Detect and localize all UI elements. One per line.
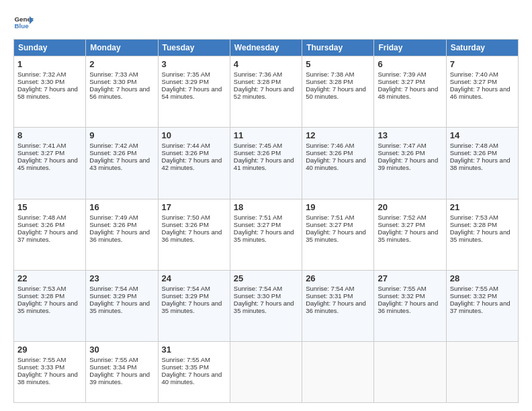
daylight: Daylight: 7 hours and 37 minutes. [450, 300, 511, 314]
daylight: Daylight: 7 hours and 35 minutes. [378, 228, 438, 243]
sunrise: Sunrise: 7:49 AM [89, 214, 138, 221]
day-number: 24 [162, 273, 226, 283]
sunset: Sunset: 3:26 PM [234, 149, 281, 156]
day-number: 16 [89, 202, 154, 212]
day-number: 7 [450, 59, 515, 69]
daylight: Daylight: 7 hours and 40 minutes. [162, 371, 222, 385]
sunset: Sunset: 3:26 PM [162, 221, 209, 228]
logo: General Blue [13, 12, 34, 32]
sunrise: Sunrise: 7:50 AM [162, 214, 210, 221]
calendar-week-2: 8Sunrise: 7:41 AMSunset: 3:27 PMDaylight… [14, 128, 519, 199]
daylight: Daylight: 7 hours and 36 minutes. [378, 300, 438, 314]
daylight: Daylight: 7 hours and 50 minutes. [306, 85, 366, 100]
calendar-cell: 7Sunrise: 7:40 AMSunset: 3:27 PMDaylight… [446, 56, 518, 128]
day-number: 20 [378, 202, 442, 212]
sunset: Sunset: 3:26 PM [450, 149, 497, 156]
calendar-cell [374, 342, 446, 403]
day-number: 5 [306, 59, 370, 69]
sunrise: Sunrise: 7:53 AM [17, 285, 66, 292]
day-number: 14 [450, 130, 515, 140]
sunset: Sunset: 3:35 PM [162, 363, 209, 371]
calendar-cell: 29Sunrise: 7:55 AMSunset: 3:33 PMDayligh… [14, 342, 86, 403]
daylight: Daylight: 7 hours and 36 minutes. [89, 228, 150, 243]
daylight: Daylight: 7 hours and 36 minutes. [306, 300, 366, 314]
calendar-cell: 22Sunrise: 7:53 AMSunset: 3:28 PMDayligh… [14, 270, 86, 341]
calendar-cell: 19Sunrise: 7:51 AMSunset: 3:27 PMDayligh… [302, 199, 374, 270]
calendar-week-4: 22Sunrise: 7:53 AMSunset: 3:28 PMDayligh… [14, 270, 519, 341]
daylight: Daylight: 7 hours and 42 minutes. [162, 156, 222, 171]
calendar-cell: 30Sunrise: 7:55 AMSunset: 3:34 PMDayligh… [86, 342, 158, 403]
daylight: Daylight: 7 hours and 45 minutes. [17, 156, 78, 171]
sunset: Sunset: 3:34 PM [89, 363, 136, 371]
day-number: 17 [162, 202, 226, 212]
calendar-cell: 12Sunrise: 7:46 AMSunset: 3:26 PMDayligh… [302, 128, 374, 199]
sunset: Sunset: 3:29 PM [162, 78, 209, 85]
day-number: 21 [450, 202, 515, 212]
calendar-cell: 9Sunrise: 7:42 AMSunset: 3:26 PMDaylight… [86, 128, 158, 199]
day-number: 10 [162, 130, 226, 140]
daylight: Daylight: 7 hours and 54 minutes. [162, 85, 222, 100]
sunset: Sunset: 3:27 PM [378, 78, 425, 85]
sunset: Sunset: 3:26 PM [162, 149, 209, 156]
sunrise: Sunrise: 7:44 AM [162, 142, 210, 149]
sunrise: Sunrise: 7:55 AM [450, 285, 498, 292]
sunset: Sunset: 3:27 PM [306, 221, 353, 228]
sunrise: Sunrise: 7:55 AM [162, 356, 210, 363]
col-header-sunday: Sunday [14, 40, 86, 56]
daylight: Daylight: 7 hours and 36 minutes. [162, 228, 222, 243]
sunrise: Sunrise: 7:38 AM [306, 71, 354, 78]
day-number: 22 [17, 273, 82, 283]
calendar-cell: 8Sunrise: 7:41 AMSunset: 3:27 PMDaylight… [14, 128, 86, 199]
sunset: Sunset: 3:31 PM [306, 292, 353, 300]
sunset: Sunset: 3:28 PM [306, 78, 353, 85]
sunrise: Sunrise: 7:51 AM [234, 214, 282, 221]
sunrise: Sunrise: 7:46 AM [306, 142, 354, 149]
daylight: Daylight: 7 hours and 56 minutes. [89, 85, 150, 100]
calendar-cell: 4Sunrise: 7:36 AMSunset: 3:28 PMDaylight… [230, 56, 302, 128]
day-number: 19 [306, 202, 370, 212]
sunrise: Sunrise: 7:39 AM [378, 71, 426, 78]
daylight: Daylight: 7 hours and 40 minutes. [306, 156, 366, 171]
calendar-cell: 6Sunrise: 7:39 AMSunset: 3:27 PMDaylight… [374, 56, 446, 128]
sunset: Sunset: 3:33 PM [17, 363, 64, 371]
calendar-week-3: 15Sunrise: 7:48 AMSunset: 3:26 PMDayligh… [14, 199, 519, 270]
daylight: Daylight: 7 hours and 35 minutes. [17, 300, 78, 314]
calendar-cell: 24Sunrise: 7:54 AMSunset: 3:29 PMDayligh… [158, 270, 230, 341]
daylight: Daylight: 7 hours and 35 minutes. [306, 228, 366, 243]
calendar-cell: 20Sunrise: 7:52 AMSunset: 3:27 PMDayligh… [374, 199, 446, 270]
sunrise: Sunrise: 7:54 AM [234, 285, 282, 292]
sunrise: Sunrise: 7:48 AM [17, 214, 66, 221]
sunset: Sunset: 3:30 PM [234, 292, 281, 300]
sunrise: Sunrise: 7:55 AM [17, 356, 66, 363]
sunrise: Sunrise: 7:51 AM [306, 214, 354, 221]
col-header-wednesday: Wednesday [230, 40, 302, 56]
calendar-table: SundayMondayTuesdayWednesdayThursdayFrid… [13, 39, 519, 403]
sunrise: Sunrise: 7:36 AM [234, 71, 282, 78]
sunrise: Sunrise: 7:53 AM [450, 214, 498, 221]
calendar-cell: 13Sunrise: 7:47 AMSunset: 3:26 PMDayligh… [374, 128, 446, 199]
daylight: Daylight: 7 hours and 52 minutes. [234, 85, 294, 100]
day-number: 4 [234, 59, 298, 69]
sunset: Sunset: 3:27 PM [450, 78, 497, 85]
sunset: Sunset: 3:26 PM [306, 149, 353, 156]
calendar-week-1: 1Sunrise: 7:32 AMSunset: 3:30 PMDaylight… [14, 56, 519, 128]
calendar-cell [230, 342, 302, 403]
day-number: 23 [89, 273, 154, 283]
day-number: 9 [89, 130, 154, 140]
sunset: Sunset: 3:26 PM [17, 221, 64, 228]
day-number: 12 [306, 130, 370, 140]
daylight: Daylight: 7 hours and 35 minutes. [89, 300, 150, 314]
sunset: Sunset: 3:32 PM [450, 292, 497, 300]
sunrise: Sunrise: 7:54 AM [162, 285, 210, 292]
col-header-thursday: Thursday [302, 40, 374, 56]
sunrise: Sunrise: 7:42 AM [89, 142, 138, 149]
sunset: Sunset: 3:27 PM [234, 221, 281, 228]
calendar-cell: 31Sunrise: 7:55 AMSunset: 3:35 PMDayligh… [158, 342, 230, 403]
day-number: 15 [17, 202, 82, 212]
day-number: 3 [162, 59, 226, 69]
sunset: Sunset: 3:26 PM [378, 149, 425, 156]
daylight: Daylight: 7 hours and 37 minutes. [17, 228, 78, 243]
calendar-cell: 14Sunrise: 7:48 AMSunset: 3:26 PMDayligh… [446, 128, 518, 199]
calendar-cell [446, 342, 518, 403]
sunrise: Sunrise: 7:52 AM [378, 214, 426, 221]
